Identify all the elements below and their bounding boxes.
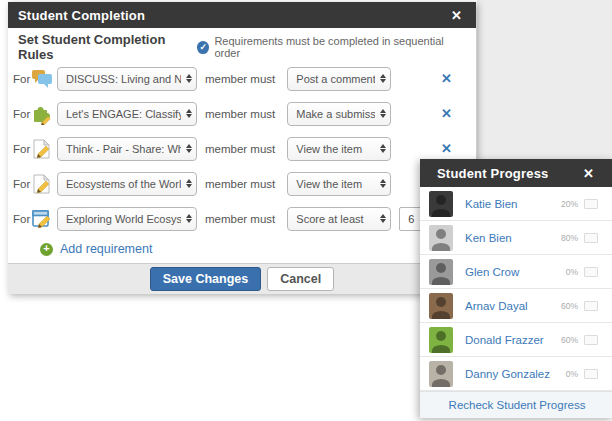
cancel-button[interactable]: Cancel <box>267 267 334 291</box>
for-label: For <box>13 143 31 155</box>
student-name-link[interactable]: Ken Bien <box>465 232 512 244</box>
avatar <box>429 327 453 353</box>
select-stepper-icon <box>380 214 386 223</box>
discussion-icon <box>31 68 53 90</box>
item-select[interactable]: Let's ENGAGE: Classifying <box>57 102 197 126</box>
progress-percent: 60% <box>561 335 578 345</box>
for-label: For <box>13 73 31 85</box>
recheck-progress-button[interactable]: Recheck Student Progress <box>449 399 586 411</box>
progress-percent: 60% <box>561 301 578 311</box>
for-label: For <box>13 178 31 190</box>
member-must-label: member must <box>205 178 275 190</box>
student-name-link[interactable]: Arnav Dayal <box>465 300 528 312</box>
rules-header: Set Student Completion Rules ✓ Requireme… <box>8 37 476 61</box>
sequential-order-note: ✓ Requirements must be completed in sequ… <box>197 35 462 59</box>
select-stepper-icon <box>186 144 192 153</box>
for-label: For <box>13 213 31 225</box>
item-select[interactable]: Think - Pair - Share: What is <box>57 137 197 161</box>
select-stepper-icon <box>380 179 386 188</box>
student-row: Ken Bien 80% <box>420 221 612 255</box>
select-stepper-icon <box>186 109 192 118</box>
page-edit-icon <box>31 173 53 195</box>
student-row: Arnav Dayal 60% <box>420 289 612 323</box>
progress-percent: 0% <box>566 369 578 379</box>
remove-rule-icon[interactable]: ✕ <box>441 106 452 121</box>
select-stepper-icon <box>380 74 386 83</box>
member-must-label: member must <box>205 213 275 225</box>
student-row: Danny Gonzalez 0% <box>420 357 612 391</box>
select-stepper-icon <box>186 179 192 188</box>
quiz-edit-icon <box>31 208 53 230</box>
member-must-label: member must <box>205 108 275 120</box>
avatar <box>429 361 453 387</box>
add-requirement-label: Add requirement <box>60 242 152 256</box>
student-completion-modal: Student Completion ✕ Set Student Complet… <box>8 2 476 294</box>
completion-modal-header: Student Completion ✕ <box>8 2 476 28</box>
item-select[interactable]: DISCUSS: Living and Non-Li <box>57 67 197 91</box>
select-stepper-icon <box>186 74 192 83</box>
page-background <box>477 0 612 162</box>
action-select[interactable]: View the item <box>287 172 391 196</box>
progress-percent: 80% <box>561 233 578 243</box>
avatar <box>429 259 453 285</box>
action-select[interactable]: Make a submission <box>287 102 391 126</box>
progress-bar <box>584 369 598 379</box>
completion-modal-footer: Save Changes Cancel <box>8 263 476 294</box>
progress-bar <box>584 199 598 209</box>
progress-bar <box>584 233 598 243</box>
progress-dialog-footer: Recheck Student Progress <box>420 391 612 418</box>
progress-bar <box>584 267 598 277</box>
plus-circle-icon: + <box>40 243 53 256</box>
for-label: For <box>13 108 31 120</box>
progress-dialog-title: Student Progress <box>437 166 549 181</box>
rules-heading: Set Student Completion Rules <box>18 32 197 62</box>
member-must-label: member must <box>205 143 275 155</box>
student-name-link[interactable]: Donald Frazzer <box>465 334 544 346</box>
screen: Student Completion ✕ Set Student Complet… <box>0 0 612 421</box>
remove-rule-icon[interactable]: ✕ <box>441 71 452 86</box>
page-edit-icon <box>31 138 53 160</box>
student-name-link[interactable]: Danny Gonzalez <box>465 368 550 380</box>
rule-row: For DISCUSS: Living and Non-Li member mu… <box>8 61 476 96</box>
completion-modal-body: Set Student Completion Rules ✓ Requireme… <box>8 28 476 263</box>
completion-modal-title: Student Completion <box>18 8 145 23</box>
close-icon[interactable]: ✕ <box>447 7 466 24</box>
action-select[interactable]: Score at least <box>287 207 391 231</box>
save-changes-button[interactable]: Save Changes <box>150 267 261 291</box>
avatar <box>429 293 453 319</box>
progress-percent: 0% <box>566 267 578 277</box>
add-requirement-button[interactable]: + Add requirement <box>8 242 476 256</box>
member-must-label: member must <box>205 73 275 85</box>
check-circle-icon[interactable]: ✓ <box>197 41 209 54</box>
remove-rule-icon[interactable]: ✕ <box>441 141 452 156</box>
rule-row: For Exploring World Ecosystem member mus… <box>8 201 476 236</box>
progress-bar <box>584 301 598 311</box>
sequential-order-label: Requirements must be completed in sequen… <box>214 35 462 59</box>
student-list: Katie Bien 20% Ken Bien 80% Glen Crow 0%… <box>420 187 612 391</box>
rule-row: For Think - Pair - Share: What is member… <box>8 131 476 166</box>
progress-bar <box>584 335 598 345</box>
puzzle-icon <box>31 103 53 125</box>
select-stepper-icon <box>186 214 192 223</box>
select-stepper-icon <box>380 109 386 118</box>
rule-row: For Ecosystems of the World member must … <box>8 166 476 201</box>
student-name-link[interactable]: Glen Crow <box>465 266 519 278</box>
progress-percent: 20% <box>561 199 578 209</box>
item-select[interactable]: Exploring World Ecosystem <box>57 207 197 231</box>
action-select[interactable]: View the item <box>287 137 391 161</box>
close-icon[interactable]: ✕ <box>579 165 598 182</box>
student-row: Donald Frazzer 60% <box>420 323 612 357</box>
avatar <box>429 191 453 217</box>
avatar <box>429 225 453 251</box>
student-row: Katie Bien 20% <box>420 187 612 221</box>
rule-row: For Let's ENGAGE: Classifying member mus… <box>8 96 476 131</box>
progress-dialog-header: Student Progress ✕ <box>420 159 612 187</box>
student-row: Glen Crow 0% <box>420 255 612 289</box>
item-select[interactable]: Ecosystems of the World <box>57 172 197 196</box>
action-select[interactable]: Post a comment/rep <box>287 67 391 91</box>
select-stepper-icon <box>380 144 386 153</box>
student-name-link[interactable]: Katie Bien <box>465 198 517 210</box>
student-progress-dialog: Student Progress ✕ Katie Bien 20% Ken Bi… <box>420 159 612 418</box>
